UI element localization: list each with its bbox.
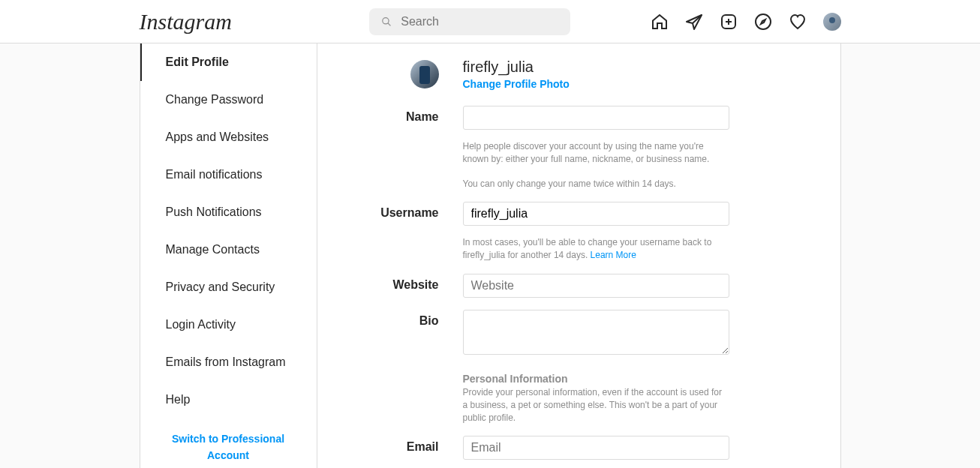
profile-header: firefly_julia Change Profile Photo xyxy=(317,58,840,91)
username-title: firefly_julia xyxy=(463,58,570,76)
name-label: Name xyxy=(317,106,463,190)
activity-icon[interactable] xyxy=(789,13,807,31)
explore-icon[interactable] xyxy=(754,13,772,31)
settings-sidebar: Edit Profile Change Password Apps and We… xyxy=(140,44,317,468)
bio-input[interactable] xyxy=(463,310,729,355)
profile-avatar-nav[interactable] xyxy=(823,13,841,31)
search-box[interactable] xyxy=(369,8,570,35)
username-input[interactable] xyxy=(463,202,729,226)
username-label: Username xyxy=(317,202,463,262)
messenger-icon[interactable] xyxy=(685,13,703,31)
sidebar-item-manage-contacts[interactable]: Manage Contacts xyxy=(140,231,317,268)
sidebar-item-email-notifications[interactable]: Email notifications xyxy=(140,156,317,194)
svg-line-1 xyxy=(388,23,391,26)
svg-point-6 xyxy=(756,14,771,29)
sidebar-item-help[interactable]: Help xyxy=(140,381,317,418)
name-help-1: Help people discover your account by usi… xyxy=(463,140,729,166)
instagram-logo[interactable]: Instagram xyxy=(140,9,290,34)
sidebar-item-privacy-security[interactable]: Privacy and Security xyxy=(140,268,317,306)
name-input[interactable] xyxy=(463,106,729,130)
svg-marker-7 xyxy=(761,20,765,24)
sidebar-item-edit-profile[interactable]: Edit Profile xyxy=(140,44,317,81)
username-help: In most cases, you'll be able to change … xyxy=(463,236,729,262)
switch-professional-link[interactable]: Switch to Professional Account xyxy=(140,418,317,468)
website-label: Website xyxy=(317,274,463,298)
search-icon xyxy=(381,16,392,28)
sidebar-item-apps-websites[interactable]: Apps and Websites xyxy=(140,118,317,156)
email-input[interactable] xyxy=(463,436,729,460)
home-icon[interactable] xyxy=(651,13,669,31)
nav-icons xyxy=(651,13,841,31)
new-post-icon[interactable] xyxy=(720,13,738,31)
change-profile-photo-button[interactable]: Change Profile Photo xyxy=(463,78,570,90)
bio-label: Bio xyxy=(317,310,463,424)
sidebar-item-push-notifications[interactable]: Push Notifications xyxy=(140,194,317,231)
profile-avatar[interactable] xyxy=(410,60,439,88)
website-input[interactable] xyxy=(463,274,729,298)
sidebar-item-emails-from-instagram[interactable]: Emails from Instagram xyxy=(140,344,317,381)
personal-info-help: Provide your personal information, even … xyxy=(463,386,729,424)
settings-main: firefly_julia Change Profile Photo Name … xyxy=(317,44,840,468)
sidebar-item-change-password[interactable]: Change Password xyxy=(140,81,317,118)
settings-container: Edit Profile Change Password Apps and We… xyxy=(140,44,841,468)
top-nav: Instagram xyxy=(0,0,980,44)
svg-point-0 xyxy=(383,18,389,24)
learn-more-link[interactable]: Learn More xyxy=(591,250,636,260)
personal-info-heading: Personal Information xyxy=(463,373,729,385)
email-label: Email xyxy=(317,436,463,460)
search-input[interactable] xyxy=(401,15,558,28)
name-help-2: You can only change your name twice with… xyxy=(463,178,729,190)
sidebar-item-login-activity[interactable]: Login Activity xyxy=(140,306,317,344)
